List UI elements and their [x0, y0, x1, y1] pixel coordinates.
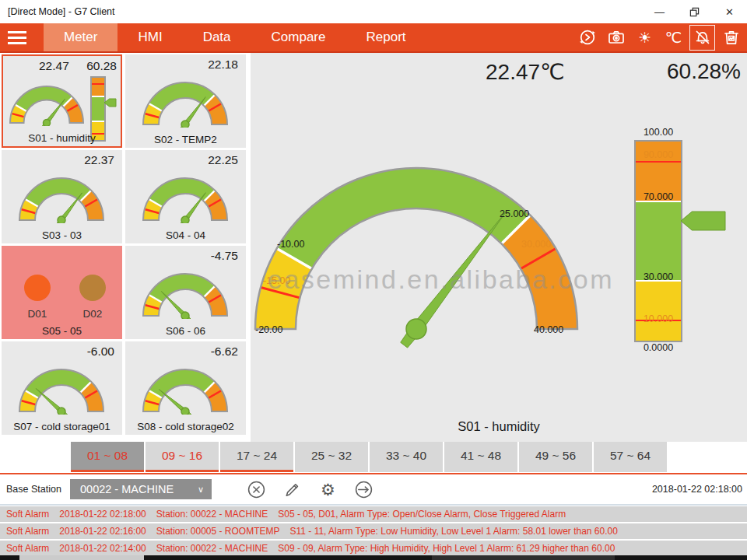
- sensor-label: S04 - 04: [125, 229, 246, 241]
- alarm-station: Station: 00022 - MACHINE: [156, 543, 268, 554]
- alarm-mute-icon[interactable]: [689, 25, 715, 51]
- menu-tab-compare[interactable]: Compare: [251, 23, 346, 51]
- digital-label: D02: [69, 308, 116, 320]
- alarm-log-row[interactable]: Soft Alarm2018-01-22 02:14:00Station: 00…: [0, 541, 747, 556]
- page-tab[interactable]: 17 ~ 24: [220, 442, 293, 472]
- digital-label: D01: [14, 308, 61, 320]
- celsius-icon[interactable]: ℃: [661, 25, 686, 51]
- page-tab[interactable]: 09 ~ 16: [146, 442, 219, 472]
- minimize-button[interactable]: —: [642, 0, 677, 23]
- menu-tabs: MeterHMIDataCompareReport: [44, 23, 426, 51]
- brightness-icon[interactable]: ☀: [632, 25, 658, 51]
- alarm-log: Soft Alarm2018-01-22 02:18:00Station: 00…: [0, 506, 747, 558]
- alarm-time: 2018-01-22 02:14:00: [59, 543, 146, 554]
- sensor-label: S07 - cold storage01: [2, 421, 122, 432]
- bar-scale-label: 10.000: [634, 313, 682, 324]
- station-select-value: 00022 - MACHINE: [80, 483, 174, 495]
- digital-indicator: [79, 275, 106, 301]
- page-tab[interactable]: 01 ~ 08: [71, 442, 144, 472]
- digital-indicator: [24, 275, 51, 301]
- sensor-tile[interactable]: -6.62S08 - cold storage02: [125, 341, 246, 435]
- camera-icon[interactable]: [603, 25, 629, 51]
- title-bar: [Direct Mode] - G7 Client — ✕: [0, 0, 747, 23]
- alarm-station: Station: 00005 - ROOMTEMP: [156, 526, 280, 537]
- sensor-tile[interactable]: 22.25S04 - 04: [125, 150, 246, 243]
- tile-gauge: [139, 169, 232, 223]
- station-bar: Base Station 00022 - MACHINE ∨ ⚙ 2018-01…: [0, 474, 747, 504]
- bar-gauge-body: [634, 140, 682, 342]
- tile-gauge: [15, 169, 108, 223]
- sensor-value: -6.62: [211, 345, 238, 359]
- bar-scale-label: 70.000: [634, 191, 682, 202]
- sensor-value: 22.37: [84, 153, 114, 167]
- sync-icon[interactable]: [574, 25, 600, 51]
- g7-client-window: { "window": { "title": "[Direct Mode] - …: [0, 0, 747, 560]
- alarm-time: 2018-01-22 02:16:00: [59, 526, 146, 537]
- gauge-scale-label: -20.00: [255, 324, 282, 335]
- sensor-value: -6.00: [87, 345, 114, 359]
- page-tab[interactable]: 33 ~ 40: [370, 442, 443, 472]
- current-timestamp: 2018-01-22 02:18:00: [652, 484, 742, 495]
- tile-gauge: [15, 360, 108, 415]
- alarm-detail: S11 - 11, Alarm Type: Low Humidity, Low …: [290, 526, 618, 537]
- bottom-strip: [0, 555, 747, 560]
- tile-gauge: [139, 73, 232, 128]
- tile-gauge: [139, 360, 232, 415]
- restore-button[interactable]: [677, 0, 712, 23]
- bar-pointer-icon: [104, 98, 117, 107]
- sensor-tile[interactable]: -6.00S07 - cold storage01: [2, 341, 122, 435]
- sensor-value: 22.47: [39, 59, 69, 73]
- alarm-detail: S09 - 09, Alarm Type: High Humidity, Hig…: [278, 543, 615, 554]
- cancel-circle-icon[interactable]: [247, 480, 266, 499]
- window-controls: — ✕: [642, 0, 747, 23]
- hamburger-menu-icon[interactable]: [0, 23, 34, 51]
- bar-scale-label: 0.0000: [634, 342, 682, 353]
- gear-edit-icon[interactable]: ⚙: [318, 480, 338, 499]
- export-arrow-icon[interactable]: [354, 480, 374, 499]
- gauge-scale-label: 25.000: [500, 208, 529, 219]
- sensor-value: -4.75: [211, 249, 238, 263]
- sensor-label: S01 - humidity: [3, 132, 121, 144]
- gauge-scale-label: -10.00: [277, 239, 304, 250]
- page-tab[interactable]: 49 ~ 56: [519, 442, 592, 472]
- sensor-tile[interactable]: 60.2822.47S01 - humidity: [2, 54, 122, 148]
- close-button[interactable]: ✕: [712, 0, 747, 23]
- alarm-type: Soft Alarm: [6, 543, 49, 554]
- page-tab[interactable]: 57 ~ 64: [594, 442, 667, 472]
- menu-icon-bar: ☀℃: [574, 23, 747, 51]
- alarm-detail: S05 - 05, D01, Alarm Type: Open/Close Al…: [278, 509, 566, 520]
- gauge-scale-label: 30.000: [521, 239, 551, 250]
- tile-gauge: [139, 264, 232, 319]
- menu-tab-hmi[interactable]: HMI: [117, 23, 182, 51]
- sensor-tile-grid: 60.2822.47S01 - humidity22.18S02 - TEMP2…: [2, 54, 247, 435]
- alarm-log-row[interactable]: Soft Alarm2018-01-22 02:18:00Station: 00…: [0, 506, 747, 522]
- alarm-log-row[interactable]: Soft Alarm2018-01-22 02:16:00Station: 00…: [0, 523, 747, 539]
- divider-line: [0, 504, 747, 506]
- sensor-tile[interactable]: 22.18S02 - TEMP2: [125, 54, 246, 148]
- sensor-label: S06 - 06: [125, 325, 246, 337]
- page-tab[interactable]: 25 ~ 32: [295, 442, 368, 472]
- sensor-label: S02 - TEMP2: [125, 134, 246, 145]
- clear-image-icon[interactable]: [718, 25, 744, 51]
- alarm-time: 2018-01-22 02:18:00: [59, 509, 146, 520]
- page-tabs: 01 ~ 0809 ~ 1617 ~ 2425 ~ 3233 ~ 4041 ~ …: [0, 442, 747, 473]
- station-select[interactable]: 00022 - MACHINE ∨: [70, 479, 212, 499]
- edit-pencil-icon[interactable]: [282, 480, 302, 499]
- bar-scale-label: 90.000: [634, 149, 682, 160]
- bar-scale-label: 30.000: [634, 271, 682, 282]
- alarm-type: Soft Alarm: [6, 526, 49, 537]
- bar-scale-label: 100.00: [634, 127, 682, 138]
- sensor-tile[interactable]: D01D02S05 - 05: [2, 246, 122, 339]
- sensor-tile[interactable]: -4.75S06 - 06: [125, 246, 246, 339]
- menu-tab-report[interactable]: Report: [345, 23, 426, 51]
- menu-bar: MeterHMIDataCompareReport ☀℃: [0, 23, 747, 53]
- sensor-value: 22.18: [208, 58, 238, 72]
- base-station-label: Base Station: [6, 484, 61, 495]
- sensor-label: S08 - cold storage02: [125, 421, 246, 432]
- page-tab[interactable]: 41 ~ 48: [444, 442, 517, 472]
- gauge-scale-label: 40.000: [534, 324, 563, 335]
- sensor-tile[interactable]: 22.37S03 - 03: [2, 150, 122, 243]
- menu-tab-meter[interactable]: Meter: [44, 23, 117, 51]
- menu-tab-data[interactable]: Data: [183, 23, 251, 51]
- alarm-type: Soft Alarm: [6, 509, 49, 520]
